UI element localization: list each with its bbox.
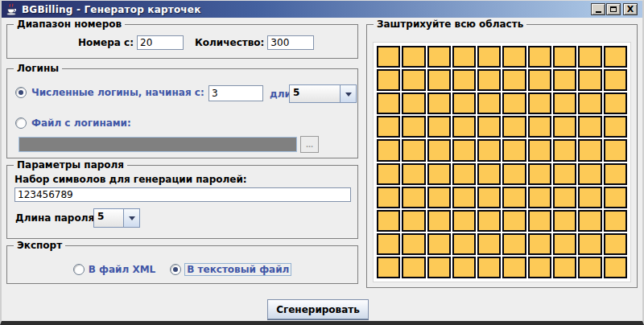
grid-cell[interactable] [452, 210, 476, 232]
grid-cell[interactable] [604, 93, 627, 114]
export-xml-label[interactable]: В файл XML [89, 264, 156, 275]
grid-cell[interactable] [427, 93, 451, 114]
export-xml-radio[interactable] [73, 264, 85, 275]
chevron-down-icon[interactable] [123, 209, 139, 227]
grid-cell[interactable] [502, 163, 526, 185]
grid-cell[interactable] [452, 46, 476, 68]
grid-cell[interactable] [477, 163, 501, 185]
export-text-label[interactable]: В текстовый файл [184, 263, 291, 276]
grid-cell[interactable] [604, 210, 627, 232]
grid-cell[interactable] [578, 163, 601, 185]
grid-cell[interactable] [452, 139, 476, 161]
grid-cell[interactable] [402, 93, 425, 114]
grid-cell[interactable] [578, 116, 601, 138]
grid-cell[interactable] [553, 210, 576, 232]
grid-cell[interactable] [528, 233, 551, 255]
grid-cell[interactable] [477, 116, 501, 138]
grid-cell[interactable] [427, 210, 451, 232]
grid-cell[interactable] [377, 69, 400, 91]
grid-cell[interactable] [604, 46, 627, 68]
grid-cell[interactable] [604, 139, 627, 161]
grid-cell[interactable] [578, 210, 601, 232]
grid-cell[interactable] [578, 69, 601, 91]
grid-cell[interactable] [477, 93, 501, 114]
numeric-logins-label[interactable]: Численные логины, начиная с: [31, 87, 204, 98]
grid-cell[interactable] [402, 116, 425, 138]
grid-cell[interactable] [528, 163, 551, 185]
grid-cell[interactable] [528, 69, 551, 91]
chevron-down-icon[interactable] [340, 85, 356, 102]
grid-cell[interactable] [502, 210, 526, 232]
shade-grid[interactable] [377, 46, 627, 278]
grid-cell[interactable] [502, 233, 526, 255]
grid-cell[interactable] [377, 163, 400, 185]
grid-cell[interactable] [452, 163, 476, 185]
grid-cell[interactable] [377, 46, 400, 68]
file-logins-radio[interactable] [15, 117, 27, 129]
grid-cell[interactable] [427, 46, 451, 68]
grid-cell[interactable] [553, 116, 576, 138]
grid-cell[interactable] [477, 187, 501, 208]
grid-cell[interactable] [553, 257, 576, 278]
titlebar[interactable]: BGBilling - Генератор карточек X [2, 1, 642, 18]
grid-cell[interactable] [402, 233, 425, 255]
grid-cell[interactable] [402, 139, 425, 161]
grid-cell[interactable] [452, 257, 476, 278]
login-length-combo[interactable]: 5 [289, 84, 357, 103]
grid-cell[interactable] [377, 233, 400, 255]
grid-cell[interactable] [528, 139, 551, 161]
minimize-button[interactable] [591, 3, 605, 15]
grid-cell[interactable] [427, 139, 451, 161]
grid-cell[interactable] [528, 210, 551, 232]
grid-cell[interactable] [377, 139, 400, 161]
grid-cell[interactable] [502, 93, 526, 114]
grid-cell[interactable] [553, 163, 576, 185]
grid-cell[interactable] [578, 139, 601, 161]
grid-cell[interactable] [427, 116, 451, 138]
export-text-radio[interactable] [170, 264, 181, 275]
grid-cell[interactable] [377, 210, 400, 232]
grid-cell[interactable] [477, 69, 501, 91]
grid-cell[interactable] [402, 163, 425, 185]
grid-cell[interactable] [578, 187, 601, 208]
grid-cell[interactable] [604, 163, 627, 185]
numeric-start-input[interactable] [208, 85, 263, 101]
grid-cell[interactable] [553, 139, 576, 161]
grid-cell[interactable] [377, 116, 400, 138]
grid-cell[interactable] [604, 69, 627, 91]
grid-cell[interactable] [452, 187, 476, 208]
grid-cell[interactable] [502, 69, 526, 91]
grid-cell[interactable] [528, 187, 551, 208]
grid-cell[interactable] [402, 257, 425, 278]
numeric-logins-radio[interactable] [15, 87, 27, 98]
grid-cell[interactable] [553, 233, 576, 255]
grid-cell[interactable] [604, 116, 627, 138]
grid-cell[interactable] [528, 116, 551, 138]
generate-button[interactable]: Сгенерировать [267, 299, 369, 319]
grid-cell[interactable] [553, 187, 576, 208]
grid-cell[interactable] [502, 139, 526, 161]
count-input[interactable] [267, 35, 314, 50]
grid-cell[interactable] [604, 257, 627, 278]
grid-cell[interactable] [528, 93, 551, 114]
maximize-button[interactable] [606, 3, 621, 15]
grid-cell[interactable] [477, 46, 501, 68]
grid-cell[interactable] [502, 187, 526, 208]
grid-cell[interactable] [402, 210, 425, 232]
grid-cell[interactable] [528, 46, 551, 68]
grid-cell[interactable] [452, 116, 476, 138]
grid-cell[interactable] [477, 139, 501, 161]
grid-cell[interactable] [377, 257, 400, 278]
grid-cell[interactable] [553, 69, 576, 91]
grid-cell[interactable] [578, 93, 601, 114]
grid-cell[interactable] [553, 93, 576, 114]
grid-cell[interactable] [578, 233, 601, 255]
grid-cell[interactable] [502, 46, 526, 68]
grid-cell[interactable] [377, 187, 400, 208]
file-logins-label[interactable]: Файл с логинами: [31, 117, 131, 129]
grid-cell[interactable] [402, 46, 425, 68]
charset-input[interactable] [14, 187, 351, 202]
grid-cell[interactable] [604, 233, 627, 255]
grid-cell[interactable] [452, 93, 476, 114]
grid-cell[interactable] [553, 46, 576, 68]
